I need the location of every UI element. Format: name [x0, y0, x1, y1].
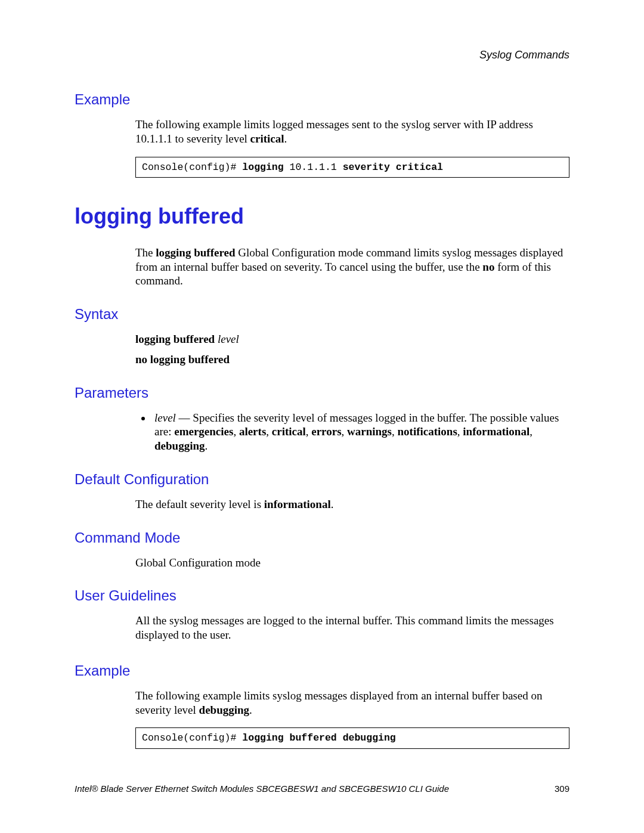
param-value: warnings: [347, 425, 392, 438]
heading-default-configuration: Default Configuration: [75, 471, 569, 488]
example1-code: Console(config)# logging 10.1.1.1 severi…: [135, 157, 569, 178]
text-bold: informational: [264, 498, 331, 510]
syntax-lines: logging buffered level no logging buffer…: [135, 332, 569, 367]
heading-command-mode: Command Mode: [75, 529, 569, 546]
param-value: notifications: [398, 425, 457, 438]
text: .: [284, 132, 287, 145]
example2-paragraph: The following example limits syslog mess…: [135, 689, 569, 717]
command-title: logging buffered: [75, 204, 569, 229]
heading-syntax: Syntax: [75, 306, 569, 323]
page-footer: Intel® Blade Server Ethernet Switch Modu…: [75, 784, 569, 794]
syntax-bold: no logging buffered: [135, 353, 230, 366]
page-number: 309: [555, 784, 569, 794]
code-prompt: Console(config)#: [142, 162, 242, 173]
sep: ,: [266, 425, 272, 438]
text: The following example limits syslog mess…: [135, 689, 542, 716]
parameters-list: level — Specifies the severity level of …: [135, 411, 569, 453]
code-keyword: logging buffered debugging: [242, 732, 395, 744]
code-keyword: severity critical: [343, 162, 443, 173]
text-bold: no: [482, 261, 494, 273]
sep: ,: [233, 425, 239, 438]
text: The following example limits logged mess…: [135, 118, 533, 145]
footer-title: Intel® Blade Server Ethernet Switch Modu…: [75, 784, 449, 794]
param-value: alerts: [239, 425, 266, 438]
param-value: errors: [311, 425, 341, 438]
param-name: level: [154, 411, 176, 424]
sep: ,: [530, 425, 532, 438]
code-arg: 10.1.1.1: [290, 162, 343, 173]
heading-parameters: Parameters: [75, 385, 569, 401]
page-content: Syslog Commands Example The following ex…: [0, 0, 644, 749]
text-bold: debugging: [199, 704, 249, 716]
heading-example-2: Example: [75, 662, 569, 679]
sep: ,: [306, 425, 312, 438]
code-keyword: logging: [242, 162, 289, 173]
text-bold: critical: [250, 132, 284, 145]
sep: ,: [457, 425, 463, 438]
code-prompt: Console(config)#: [142, 732, 242, 744]
text: The: [135, 246, 156, 259]
text: The default severity level is: [135, 498, 264, 510]
guidelines-text: All the syslog messages are logged to th…: [135, 614, 569, 642]
heading-user-guidelines: User Guidelines: [75, 587, 569, 604]
text: .: [249, 704, 252, 716]
cmdmode-text: Global Configuration mode: [135, 556, 569, 570]
param-value: emergencies: [174, 425, 233, 438]
param-value: critical: [272, 425, 306, 438]
param-value: debugging: [154, 439, 205, 452]
list-item: level — Specifies the severity level of …: [152, 411, 569, 453]
text: .: [331, 498, 334, 510]
syntax-italic: level: [218, 333, 239, 345]
text-bold: logging buffered: [156, 246, 235, 259]
defaultcfg-text: The default severity level is informatio…: [135, 497, 569, 512]
sep: ,: [342, 425, 348, 438]
command-intro: The logging buffered Global Configuratio…: [135, 246, 569, 288]
example2-code: Console(config)# logging buffered debugg…: [135, 727, 569, 748]
sep: ,: [392, 425, 398, 438]
heading-example-1: Example: [75, 91, 569, 108]
param-value: informational: [463, 425, 530, 438]
text: .: [205, 439, 208, 452]
syntax-bold: logging buffered: [135, 333, 218, 345]
header-section-title: Syslog Commands: [75, 49, 569, 61]
example1-paragraph: The following example limits logged mess…: [135, 117, 569, 146]
